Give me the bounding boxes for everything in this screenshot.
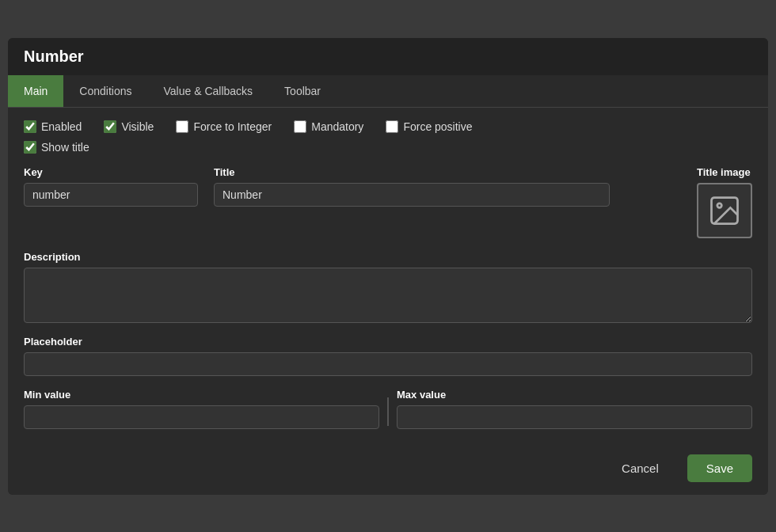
force-to-integer-checkbox[interactable]: Force to Integer: [176, 120, 272, 133]
show-title-checkbox[interactable]: Show title: [24, 141, 89, 154]
tab-bar: Main Conditions Value & Callbacks Toolba…: [8, 75, 768, 108]
mandatory-input[interactable]: [294, 120, 306, 133]
dialog: Number Main Conditions Value & Callbacks…: [8, 38, 768, 495]
show-title-input[interactable]: [24, 141, 36, 154]
force-positive-checkbox[interactable]: Force positive: [386, 120, 472, 133]
tab-value-callbacks[interactable]: Value & Callbacks: [148, 75, 269, 107]
min-value-label: Min value: [24, 389, 379, 401]
image-icon: [707, 193, 742, 228]
enabled-label: Enabled: [41, 120, 82, 133]
enabled-input[interactable]: [24, 120, 36, 133]
tab-conditions[interactable]: Conditions: [63, 75, 147, 107]
placeholder-group: Placeholder: [24, 336, 752, 376]
force-positive-label: Force positive: [403, 120, 472, 133]
mandatory-label: Mandatory: [311, 120, 363, 133]
max-value-label: Max value: [397, 389, 752, 401]
cancel-button[interactable]: Cancel: [603, 454, 678, 482]
save-button[interactable]: Save: [687, 454, 752, 482]
title-image-group: Title image: [697, 166, 752, 238]
main-content: Enabled Visible Force to Integer Mandato…: [8, 108, 768, 442]
title-group: Title: [214, 166, 610, 207]
key-title-row: Key Title Title image: [24, 166, 752, 238]
title-label: Title: [214, 166, 610, 178]
max-value-input[interactable]: [397, 405, 752, 429]
enabled-checkbox[interactable]: Enabled: [24, 120, 82, 133]
dialog-title: Number: [8, 38, 768, 75]
force-to-integer-input[interactable]: [176, 120, 188, 133]
force-to-integer-label: Force to Integer: [193, 120, 272, 133]
checkboxes-row-2: Show title: [24, 141, 752, 154]
key-label: Key: [24, 166, 198, 178]
placeholder-label: Placeholder: [24, 336, 752, 348]
checkboxes-row-1: Enabled Visible Force to Integer Mandato…: [24, 120, 752, 133]
key-input[interactable]: [24, 183, 198, 207]
title-input[interactable]: [214, 183, 610, 207]
key-group: Key: [24, 166, 198, 207]
placeholder-input[interactable]: [24, 352, 752, 376]
mandatory-checkbox[interactable]: Mandatory: [294, 120, 363, 133]
visible-input[interactable]: [104, 120, 116, 133]
description-input[interactable]: [24, 268, 752, 323]
dialog-footer: Cancel Save: [8, 442, 768, 495]
title-image-label: Title image: [697, 166, 752, 178]
min-max-divider: [387, 397, 389, 426]
force-positive-input[interactable]: [386, 120, 398, 133]
show-title-label: Show title: [41, 141, 89, 154]
svg-point-1: [717, 203, 722, 207]
min-value-input[interactable]: [24, 405, 379, 429]
title-image-upload[interactable]: [697, 183, 752, 238]
visible-label: Visible: [121, 120, 154, 133]
min-value-group: Min value: [24, 389, 379, 429]
min-max-row: Min value Max value: [24, 389, 752, 429]
tab-toolbar[interactable]: Toolbar: [268, 75, 337, 107]
max-value-group: Max value: [397, 389, 752, 429]
description-group: Description: [24, 251, 752, 323]
visible-checkbox[interactable]: Visible: [104, 120, 154, 133]
tab-main[interactable]: Main: [8, 75, 63, 107]
description-label: Description: [24, 251, 752, 263]
